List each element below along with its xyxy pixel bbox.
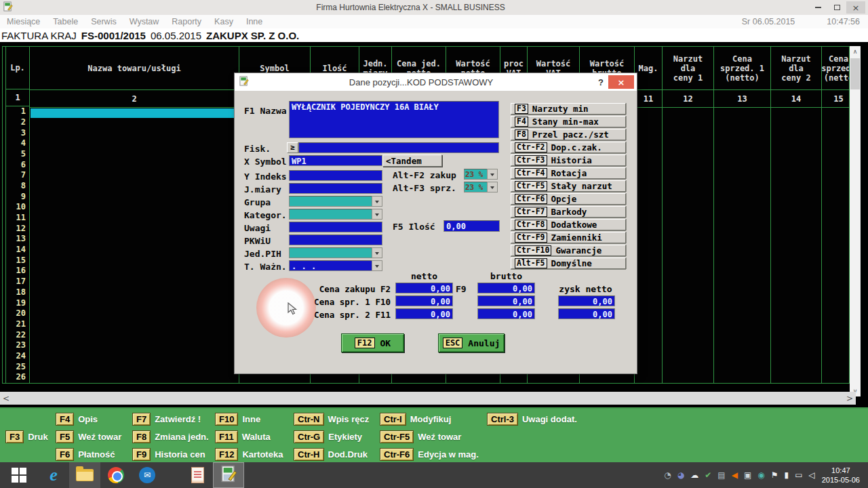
dropdown-arrow-icon[interactable] xyxy=(372,209,382,220)
side-button-alt-f5[interactable]: Alt-F5Domyślne xyxy=(511,258,626,269)
fnkey-f10[interactable]: F10Inne xyxy=(215,412,260,426)
scroll-right-icon[interactable]: > xyxy=(844,392,856,405)
row-number[interactable]: 11 xyxy=(6,213,29,224)
fnkey-f4[interactable]: F4Opis xyxy=(56,412,98,426)
row-number[interactable]: 25 xyxy=(6,362,29,373)
row-number[interactable]: 23 xyxy=(6,340,29,351)
update-globe-tray-icon[interactable]: ◕ xyxy=(677,470,684,480)
nazwa-field[interactable]: WYŁĄCZNIK POJEDYNCZY 16A BIAŁY xyxy=(289,101,499,138)
internet-explorer-button[interactable]: e xyxy=(38,462,69,488)
vertical-scrollbar[interactable]: ∧ ∨ xyxy=(850,46,861,396)
volume-tray-icon[interactable]: ◁ xyxy=(808,470,814,480)
row-number[interactable]: 1 xyxy=(6,106,29,117)
row-number[interactable]: 5 xyxy=(6,149,29,160)
invoicing-app-button[interactable] xyxy=(213,462,244,488)
fnkey-ctr-f5[interactable]: Ctr-F5Weź towar xyxy=(380,430,461,443)
fnkey-f7[interactable]: F7Zatwierdź ! xyxy=(132,412,201,426)
price-brutto-0[interactable]: 0,00 xyxy=(477,283,535,293)
dialog-help-button[interactable]: ? xyxy=(593,77,608,87)
row-number[interactable]: 13 xyxy=(6,234,29,245)
vat-select-1[interactable]: 23 % xyxy=(464,182,498,192)
side-button-ctr-f8[interactable]: Ctr-F8Dodatkowe xyxy=(511,219,626,230)
side-button-ctr-f2[interactable]: Ctr-F2Dop.c.zak. xyxy=(511,142,626,153)
dropdown-arrow-icon[interactable] xyxy=(487,182,498,192)
price-zysk-1[interactable]: 0,00 xyxy=(558,296,615,306)
fnkey-ctr-f6[interactable]: Ctr-F6Edycja w mag. xyxy=(380,447,479,461)
fnkey-f3[interactable]: F3Druk xyxy=(5,430,48,443)
row-number[interactable]: 4 xyxy=(6,138,29,149)
row-number[interactable]: 17 xyxy=(6,277,29,287)
row-number[interactable]: 19 xyxy=(6,298,29,309)
field-select-grupa[interactable] xyxy=(289,196,382,207)
side-button-ctr-f3[interactable]: Ctr-F3Historia xyxy=(511,155,626,166)
start-button[interactable] xyxy=(0,462,38,488)
field-input-uwagi[interactable] xyxy=(289,222,382,232)
ok-button[interactable]: F12 OK xyxy=(341,333,404,352)
dropdown-arrow-icon[interactable] xyxy=(487,169,498,180)
side-button-ctr-f5[interactable]: Ctr-F5Stały narzut xyxy=(511,180,626,192)
side-button-ctr-f7[interactable]: Ctr-F7Barkody xyxy=(511,206,626,218)
maximize-button[interactable] xyxy=(827,1,846,14)
document-app-button[interactable] xyxy=(182,462,213,488)
menu-item-wystaw[interactable]: Wystaw xyxy=(130,17,159,26)
row-number[interactable]: 7 xyxy=(6,170,29,181)
dropdown-arrow-icon[interactable] xyxy=(372,260,382,271)
price-netto-2[interactable]: 0,00 xyxy=(395,308,453,319)
row-number[interactable]: 2 xyxy=(6,117,29,128)
fnkey-ctr-h[interactable]: Ctr-HDod.Druk xyxy=(294,447,368,461)
fnkey-ctr-n[interactable]: Ctr-NWpis ręcz xyxy=(294,412,369,426)
side-button-ctr-f9[interactable]: Ctr-F9Zamienniki xyxy=(511,232,626,243)
side-button-f4[interactable]: F4Stany min-max xyxy=(511,116,626,127)
field-input-pkwiu[interactable] xyxy=(289,235,382,245)
fnkey-f8[interactable]: F8Zmiana jedn. xyxy=(132,430,209,443)
row-number[interactable]: 15 xyxy=(6,256,29,266)
row-number[interactable]: 14 xyxy=(6,245,29,256)
fnkey-ctr-i[interactable]: Ctr-IModyfikuj xyxy=(380,412,451,426)
row-number[interactable]: 8 xyxy=(6,181,29,192)
tandem-button[interactable]: <Tandem xyxy=(382,155,442,167)
dropdown-arrow-icon[interactable] xyxy=(372,196,382,207)
row-number[interactable]: 16 xyxy=(6,266,29,277)
file-explorer-button[interactable] xyxy=(69,462,100,488)
fnkey-f12[interactable]: F12Kartoteka xyxy=(215,447,283,461)
vertical-scroll-thumb[interactable] xyxy=(850,58,860,89)
taskbar-clock[interactable]: 10:47 2015-05-06 xyxy=(822,462,868,488)
field-input-j-miary[interactable] xyxy=(289,183,382,194)
scroll-left-icon[interactable]: < xyxy=(0,392,12,405)
fisk-button[interactable]: ≥ xyxy=(287,142,298,153)
chrome-button[interactable] xyxy=(100,462,132,488)
field-select-t-wa-n[interactable]: . . . xyxy=(289,260,382,271)
menu-item-inne[interactable]: Inne xyxy=(246,17,262,26)
side-button-ctr-f4[interactable]: Ctr-F4Rotacja xyxy=(511,167,626,179)
price-brutto-1[interactable]: 0,00 xyxy=(477,296,535,306)
field-select-kategor[interactable] xyxy=(289,209,382,220)
close-button[interactable]: × xyxy=(846,1,865,14)
power-tray-icon[interactable]: ▮ xyxy=(785,470,789,480)
side-button-f8[interactable]: F8Przel pacz./szt xyxy=(511,129,626,140)
media-player-tray-icon[interactable]: ◔ xyxy=(664,470,671,480)
row-number[interactable]: 10 xyxy=(6,202,29,213)
display-tray-icon[interactable]: ▣ xyxy=(744,470,751,480)
price-netto-0[interactable]: 0,00 xyxy=(395,283,453,293)
row-number[interactable]: 9 xyxy=(6,192,29,203)
row-number[interactable]: 3 xyxy=(6,128,29,139)
fnkey-ctrl-3[interactable]: Ctrl-3Uwagi dodat. xyxy=(487,412,577,426)
menu-item-serwis[interactable]: Serwis xyxy=(91,17,117,26)
dropdown-arrow-icon[interactable] xyxy=(372,247,382,258)
qty-field[interactable]: 0,00 xyxy=(443,220,500,232)
side-button-f3[interactable]: F3Narzuty min xyxy=(511,103,626,115)
horizontal-scrollbar[interactable]: < > xyxy=(0,392,856,405)
dialog-close-button[interactable]: × xyxy=(608,75,634,89)
field-input-y-indeks[interactable] xyxy=(289,170,382,181)
fnkey-f5[interactable]: F5Weź towar xyxy=(56,430,121,443)
price-zysk-2[interactable]: 0,00 xyxy=(558,308,615,319)
menu-item-raporty[interactable]: Raporty xyxy=(172,17,201,26)
onedrive-cloud-tray-icon[interactable]: ☁ xyxy=(690,470,698,480)
row-number[interactable]: 20 xyxy=(6,308,29,319)
antivirus-check-tray-icon[interactable]: ✔ xyxy=(705,470,711,480)
sync-tray-icon[interactable]: ◉ xyxy=(757,470,764,480)
vat-select-0[interactable]: 23 % xyxy=(464,169,498,180)
price-netto-1[interactable]: 0,00 xyxy=(395,296,453,306)
field-select-jed-pih[interactable] xyxy=(289,247,382,258)
scroll-up-icon[interactable]: ∧ xyxy=(850,46,861,57)
